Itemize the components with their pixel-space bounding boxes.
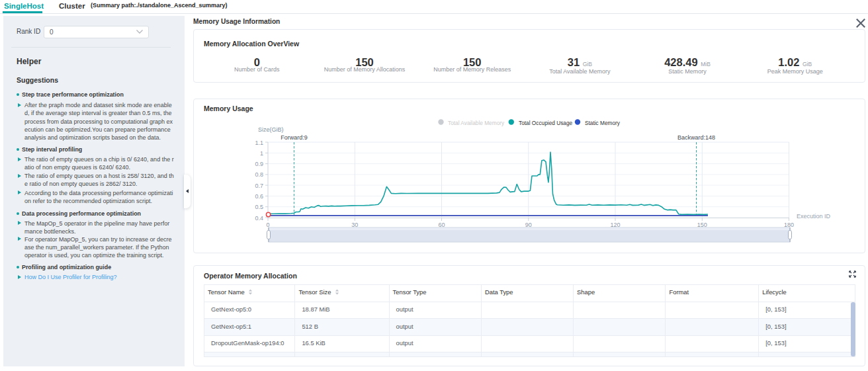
svg-text:0.7: 0.7 [255, 183, 263, 189]
svg-text:1: 1 [260, 150, 263, 157]
svg-text:1.1: 1.1 [255, 140, 263, 146]
svg-text:0.9: 0.9 [255, 161, 263, 167]
svg-text:30: 30 [351, 222, 358, 228]
svg-text:Forward:9: Forward:9 [281, 134, 308, 141]
svg-text:60: 60 [438, 222, 445, 228]
svg-text:180: 180 [784, 222, 794, 228]
svg-text:0: 0 [266, 222, 269, 228]
svg-text:Size(GiB): Size(GiB) [258, 126, 284, 133]
svg-text:0.6: 0.6 [255, 193, 263, 200]
svg-text:0.5: 0.5 [255, 204, 263, 210]
svg-text:Backward:148: Backward:148 [677, 134, 715, 141]
svg-text:0.8: 0.8 [255, 171, 263, 178]
svg-text:90: 90 [525, 222, 532, 228]
svg-text:120: 120 [610, 222, 620, 228]
svg-text:150: 150 [697, 222, 707, 228]
svg-text:Total Occupied Usage: Total Occupied Usage [519, 120, 573, 126]
svg-text:Total Available Memory: Total Available Memory [448, 120, 505, 126]
svg-text:Execution ID: Execution ID [797, 213, 831, 220]
svg-text:Static Memory: Static Memory [585, 120, 621, 126]
svg-text:0.4: 0.4 [255, 215, 263, 222]
